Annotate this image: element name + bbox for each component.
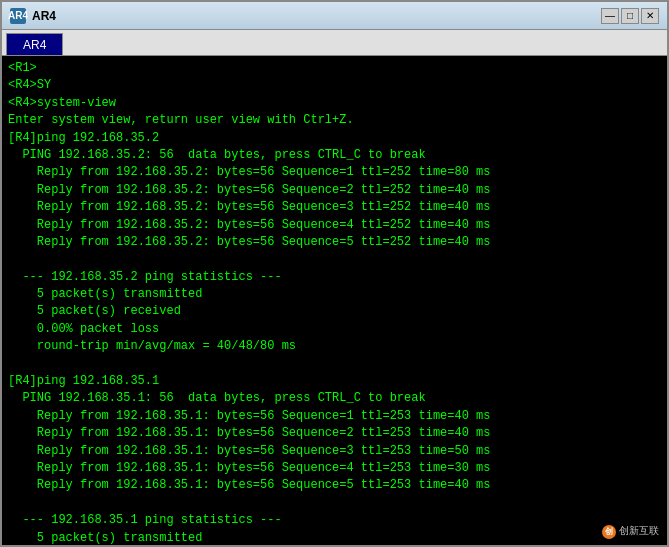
main-window: AR4 AR4 — □ ✕ AR4 <R1> <R4>SY <R4>system… xyxy=(0,0,669,547)
window-title: AR4 xyxy=(32,9,601,23)
tab-ar4[interactable]: AR4 xyxy=(6,33,63,55)
maximize-button[interactable]: □ xyxy=(621,8,639,24)
title-bar: AR4 AR4 — □ ✕ xyxy=(2,2,667,30)
terminal-output: <R1> <R4>SY <R4>system-view Enter system… xyxy=(8,60,661,545)
watermark-icon: 创 xyxy=(602,525,616,539)
close-button[interactable]: ✕ xyxy=(641,8,659,24)
watermark-text: 创新互联 xyxy=(619,525,659,540)
watermark: 创 创新互联 xyxy=(598,523,663,542)
terminal-container: <R1> <R4>SY <R4>system-view Enter system… xyxy=(2,56,667,545)
app-icon: AR4 xyxy=(10,8,26,24)
terminal[interactable]: <R1> <R4>SY <R4>system-view Enter system… xyxy=(2,56,667,545)
minimize-button[interactable]: — xyxy=(601,8,619,24)
tab-bar: AR4 xyxy=(2,30,667,56)
window-controls: — □ ✕ xyxy=(601,8,659,24)
